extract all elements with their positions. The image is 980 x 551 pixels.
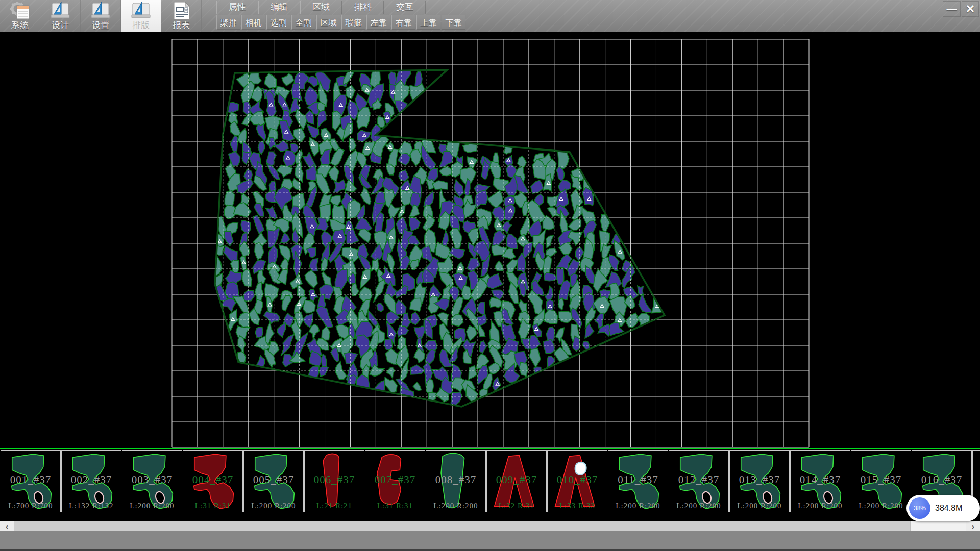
piece-id-label: 017_#37 (973, 473, 980, 486)
percent-indicator: 38% (909, 497, 930, 519)
nesting-ruler-icon (130, 1, 152, 20)
memory-usage-badge: 38% 384.8M (906, 495, 980, 521)
tool-button-10[interactable]: 下靠 (442, 15, 465, 30)
piece-lr-label: L:200 R:200 (426, 502, 485, 510)
piece-thumbnail-005_#37[interactable]: 005_#37L:200 R:200 (243, 450, 304, 512)
toolbar-button-5[interactable]: 报表 (161, 0, 202, 32)
piece-lr-label: L:200 R:200 (730, 502, 789, 510)
toolbar-button-3[interactable]: 设置 (81, 0, 121, 32)
piece-id-label: 016_#37 (912, 473, 971, 486)
piece-lr-label: L:700 R:700 (1, 502, 60, 510)
menu-bar: 属性编辑区域排料交互 (216, 1, 426, 14)
piece-thumbnail-010_#37[interactable]: 010_#37L:33 R:33 (547, 450, 607, 512)
scroll-right-arrow-icon[interactable]: › (966, 521, 980, 531)
tool-button-5[interactable]: 区域 (316, 15, 340, 30)
sheet-icon (17, 6, 29, 19)
menu-item-5[interactable]: 交互 (384, 1, 426, 14)
toolbar-button-label: 设计 (52, 20, 69, 31)
toolbar-button-label: 报表 (173, 20, 190, 31)
piece-lr-label: L:200 R:200 (669, 502, 728, 510)
piece-filmstrip: 001_#37L:700 R:700002_#37L:132 R:132003_… (0, 448, 980, 521)
piece-thumbnail-004_#37[interactable]: 004_#37L:31 R:31 (183, 450, 243, 512)
tool-button-1[interactable]: 聚排 (216, 15, 240, 30)
system-gear-icon (9, 1, 31, 20)
piece-id-label: 013_#37 (730, 473, 789, 486)
piece-lr-label: L:31 R:31 (365, 502, 425, 510)
piece-thumbnail-007_#37[interactable]: 007_#37L:31 R:31 (365, 450, 425, 512)
piece-thumbnail-013_#37[interactable]: 013_#37L:200 R:200 (729, 450, 790, 512)
piece-id-label: 001_#37 (1, 473, 60, 486)
toolbar-button-label: 系统 (11, 20, 29, 31)
report-doc-icon (170, 1, 192, 20)
tool-button-2[interactable]: 相机 (241, 15, 265, 30)
piece-lr-label: L:200 R:200 (122, 502, 182, 510)
toolbar-button-1[interactable]: 系统 (0, 0, 40, 32)
piece-lr-label: L:200 R:200 (791, 502, 850, 510)
settings-ruler-icon (89, 1, 112, 20)
piece-id-label: 004_#37 (183, 473, 242, 486)
tool-button-7[interactable]: 左靠 (366, 15, 390, 30)
piece-thumbnail-001_#37[interactable]: 001_#37L:700 R:700 (1, 450, 61, 512)
piece-id-label: 009_#37 (487, 473, 546, 486)
piece-thumbnail-012_#37[interactable]: 012_#37L:200 R:200 (669, 450, 729, 512)
piece-lr-label: L:33 R:33 (548, 502, 607, 510)
piece-id-label: 003_#37 (122, 473, 182, 486)
piece-id-label: 007_#37 (365, 473, 425, 486)
scrollbar-thumb[interactable] (14, 521, 911, 531)
piece-thumbnail-011_#37[interactable]: 011_#37L:200 R:200 (608, 450, 668, 512)
design-ruler-icon (49, 1, 71, 20)
piece-thumbnail-014_#37[interactable]: 014_#37L:200 R:200 (790, 450, 850, 512)
toolbar-button-4[interactable]: 排版 (121, 0, 161, 32)
piece-lr-label: L:31 R:31 (183, 502, 242, 510)
piece-lr-label: L:32 R:31 (487, 502, 546, 510)
toolbar-button-label: 设置 (92, 20, 109, 31)
close-button[interactable]: ✕ (962, 1, 979, 17)
piece-id-label: 014_#37 (791, 473, 850, 486)
tool-button-9[interactable]: 上靠 (416, 15, 440, 30)
memory-value: 384.8M (935, 504, 962, 513)
main-toolbar: 系统设计设置排版报表 属性编辑区域排料交互 聚排相机选割全割区域瑕疵左靠右靠上靠… (0, 0, 980, 32)
piece-thumbnail-009_#37[interactable]: 009_#37L:32 R:31 (486, 450, 547, 512)
piece-id-label: 015_#37 (851, 473, 911, 486)
piece-id-label: 010_#37 (548, 473, 607, 486)
nesting-canvas[interactable] (0, 32, 980, 448)
menu-item-1[interactable]: 属性 (216, 1, 258, 14)
piece-lr-label: L:200 R:200 (851, 502, 911, 510)
piece-lr-label: L:200 R:200 (244, 502, 303, 510)
piece-thumbnail-006_#37[interactable]: 006_#37L:21 R:21 (304, 450, 364, 512)
piece-id-label: 006_#37 (305, 473, 364, 486)
tool-button-row: 聚排相机选割全割区域瑕疵左靠右靠上靠下靠 (216, 15, 465, 30)
piece-lr-label: L:21 R:21 (305, 502, 364, 510)
piece-thumbnail-003_#37[interactable]: 003_#37L:200 R:200 (122, 450, 182, 512)
toolbar-button-2[interactable]: 设计 (40, 0, 81, 32)
menu-item-3[interactable]: 区域 (300, 1, 342, 14)
piece-id-label: 011_#37 (608, 473, 668, 486)
piece-lr-label: L:132 R:132 (62, 502, 121, 510)
piece-thumbnail-015_#37[interactable]: 015_#37L:200 R:200 (851, 450, 911, 512)
tool-button-6[interactable]: 瑕疵 (341, 15, 365, 30)
tool-button-4[interactable]: 全割 (291, 15, 315, 30)
menu-item-4[interactable]: 排料 (342, 1, 384, 14)
filmstrip-scrollbar[interactable]: ‹ › (0, 521, 980, 531)
filmstrip-accent-line (0, 448, 980, 449)
tool-button-3[interactable]: 选割 (266, 15, 290, 30)
piece-id-label: 008_#37 (426, 473, 485, 486)
tool-button-8[interactable]: 右靠 (391, 15, 415, 30)
menu-item-2[interactable]: 编辑 (258, 1, 300, 14)
minimize-button[interactable]: — (943, 1, 961, 17)
scroll-left-arrow-icon[interactable]: ‹ (0, 521, 14, 531)
piece-id-label: 005_#37 (244, 473, 303, 486)
piece-id-label: 002_#37 (62, 473, 121, 486)
piece-id-label: 012_#37 (669, 473, 728, 486)
piece-thumbnail-002_#37[interactable]: 002_#37L:132 R:132 (61, 450, 121, 512)
piece-thumbnail-008_#37[interactable]: 008_#37L:200 R:200 (426, 450, 486, 512)
piece-lr-label: L:200 R:200 (608, 502, 668, 510)
toolbar-button-label: 排版 (132, 20, 150, 31)
status-bar (0, 531, 980, 551)
